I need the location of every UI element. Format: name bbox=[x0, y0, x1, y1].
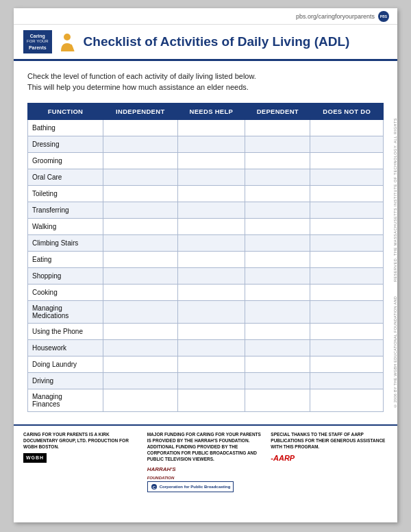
checkbox-cell[interactable] bbox=[310, 169, 384, 185]
function-cell: Doing Laundry bbox=[28, 356, 103, 372]
checkbox-cell[interactable] bbox=[310, 136, 384, 152]
checkbox-cell[interactable] bbox=[310, 218, 384, 234]
checkbox-cell[interactable] bbox=[245, 234, 310, 251]
checkbox-cell[interactable] bbox=[245, 152, 310, 169]
checkbox-cell[interactable] bbox=[177, 136, 245, 152]
checkbox-cell[interactable] bbox=[310, 372, 384, 389]
checkbox-cell[interactable] bbox=[177, 218, 245, 234]
checkbox-cell[interactable] bbox=[103, 202, 178, 218]
table-row: Shopping bbox=[28, 267, 384, 284]
checkbox-cell[interactable] bbox=[310, 356, 384, 372]
checkbox-cell[interactable] bbox=[177, 169, 245, 185]
checkbox-cell[interactable] bbox=[310, 251, 384, 267]
table-row: Using the Phone bbox=[28, 323, 384, 339]
checkbox-cell[interactable] bbox=[245, 339, 310, 356]
checkbox-cell[interactable] bbox=[245, 202, 310, 218]
checkbox-cell[interactable] bbox=[177, 152, 245, 169]
checkbox-cell[interactable] bbox=[310, 267, 384, 284]
side-text: RESERVED. THE MASSACHUSETTS INSTITUTE OF… bbox=[392, 118, 397, 282]
svg-point-0 bbox=[64, 34, 71, 40]
checkbox-cell[interactable] bbox=[310, 202, 384, 218]
checkbox-cell[interactable] bbox=[177, 251, 245, 267]
checkbox-cell[interactable] bbox=[177, 300, 245, 323]
top-bar: pbs.org/caringforyourparents PBS bbox=[14, 8, 397, 25]
checkbox-cell[interactable] bbox=[310, 152, 384, 169]
col-header-dependent: DEPENDENT bbox=[245, 103, 310, 119]
checkbox-cell[interactable] bbox=[177, 339, 245, 356]
function-cell: Bathing bbox=[28, 119, 103, 136]
checkbox-cell[interactable] bbox=[245, 218, 310, 234]
function-cell: Dressing bbox=[28, 136, 103, 152]
pbs-logo-icon: PBS bbox=[378, 11, 389, 22]
pbs-url: pbs.org/caringforyourparents bbox=[296, 13, 375, 20]
checkbox-cell[interactable] bbox=[310, 234, 384, 251]
parent-icon bbox=[58, 32, 77, 51]
table-row: Managing Finances bbox=[28, 389, 384, 411]
checkbox-cell[interactable] bbox=[103, 372, 178, 389]
checkbox-cell[interactable] bbox=[177, 119, 245, 136]
checkbox-cell[interactable] bbox=[245, 284, 310, 300]
table-row: Cooking bbox=[28, 284, 384, 300]
checkbox-cell[interactable] bbox=[177, 389, 245, 411]
checkbox-cell[interactable] bbox=[310, 339, 384, 356]
checkbox-cell[interactable] bbox=[103, 339, 178, 356]
table-row: Driving bbox=[28, 372, 384, 389]
table-row: Managing Medications bbox=[28, 300, 384, 323]
header-section: Caring FOR YOUR Parents Checklist of Act… bbox=[14, 25, 397, 61]
checkbox-cell[interactable] bbox=[310, 119, 384, 136]
function-cell: Toileting bbox=[28, 185, 103, 202]
checkbox-cell[interactable] bbox=[103, 300, 178, 323]
function-cell: Housework bbox=[28, 339, 103, 356]
checkbox-cell[interactable] bbox=[103, 218, 178, 234]
checkbox-cell[interactable] bbox=[103, 169, 178, 185]
table-row: Grooming bbox=[28, 152, 384, 169]
function-cell: Climbing Stairs bbox=[28, 234, 103, 251]
checkbox-cell[interactable] bbox=[310, 284, 384, 300]
checkbox-cell[interactable] bbox=[103, 267, 178, 284]
footer-col-2: MAJOR FUNDING FOR CARING FOR YOUR PARENT… bbox=[147, 431, 264, 492]
checkbox-cell[interactable] bbox=[177, 185, 245, 202]
checkbox-cell[interactable] bbox=[103, 136, 178, 152]
col-header-does-not-do: DOES NOT DO bbox=[310, 103, 384, 119]
checkbox-cell[interactable] bbox=[310, 185, 384, 202]
checkbox-cell[interactable] bbox=[245, 169, 310, 185]
checkbox-cell[interactable] bbox=[310, 323, 384, 339]
checkbox-cell[interactable] bbox=[310, 389, 384, 411]
table-row: Eating bbox=[28, 251, 384, 267]
wgbh-logo: WGBH bbox=[23, 453, 140, 463]
checkbox-cell[interactable] bbox=[245, 119, 310, 136]
checkbox-cell[interactable] bbox=[245, 300, 310, 323]
function-cell: Driving bbox=[28, 372, 103, 389]
content-area: Check the level of function of each acti… bbox=[14, 61, 397, 419]
checkbox-cell[interactable] bbox=[245, 356, 310, 372]
function-cell: Grooming bbox=[28, 152, 103, 169]
col-header-needs-help: NEEDS HELP bbox=[177, 103, 245, 119]
checkbox-cell[interactable] bbox=[177, 234, 245, 251]
checkbox-cell[interactable] bbox=[103, 119, 178, 136]
checkbox-cell[interactable] bbox=[245, 267, 310, 284]
function-cell: Walking bbox=[28, 218, 103, 234]
checkbox-cell[interactable] bbox=[177, 267, 245, 284]
checkbox-cell[interactable] bbox=[177, 202, 245, 218]
table-row: Dressing bbox=[28, 136, 384, 152]
checkbox-cell[interactable] bbox=[103, 152, 178, 169]
checkbox-cell[interactable] bbox=[177, 372, 245, 389]
checkbox-cell[interactable] bbox=[245, 372, 310, 389]
checkbox-cell[interactable] bbox=[245, 185, 310, 202]
checkbox-cell[interactable] bbox=[245, 251, 310, 267]
checkbox-cell[interactable] bbox=[245, 136, 310, 152]
checkbox-cell[interactable] bbox=[103, 356, 178, 372]
checkbox-cell[interactable] bbox=[310, 300, 384, 323]
checkbox-cell[interactable] bbox=[103, 185, 178, 202]
checkbox-cell[interactable] bbox=[177, 323, 245, 339]
checkbox-cell[interactable] bbox=[177, 356, 245, 372]
table-row: Housework bbox=[28, 339, 384, 356]
checkbox-cell[interactable] bbox=[245, 389, 310, 411]
checkbox-cell[interactable] bbox=[103, 389, 178, 411]
checkbox-cell[interactable] bbox=[103, 251, 178, 267]
checkbox-cell[interactable] bbox=[245, 323, 310, 339]
checkbox-cell[interactable] bbox=[103, 234, 178, 251]
checkbox-cell[interactable] bbox=[103, 323, 178, 339]
checkbox-cell[interactable] bbox=[177, 284, 245, 300]
checkbox-cell[interactable] bbox=[103, 284, 178, 300]
